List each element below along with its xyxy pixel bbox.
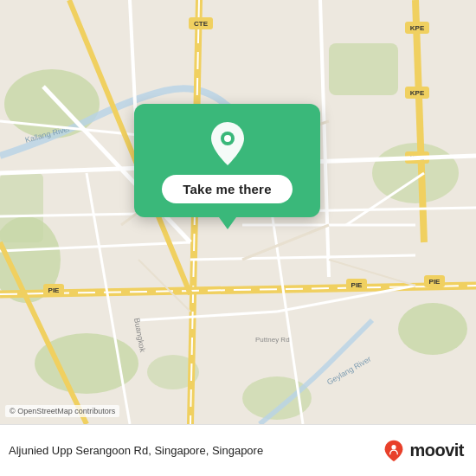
svg-text:KPE: KPE	[410, 24, 425, 32]
moovit-brand-text: moovit	[409, 441, 464, 460]
moovit-logo: moovit	[383, 440, 464, 462]
svg-text:PIE: PIE	[48, 286, 61, 294]
svg-text:CTE: CTE	[194, 20, 209, 28]
svg-point-57	[224, 135, 231, 142]
take-me-there-button[interactable]: Take me there	[162, 175, 292, 203]
svg-point-5	[398, 303, 467, 355]
svg-text:PIE: PIE	[351, 281, 363, 289]
osm-credit: © OpenStreetMap contributors	[5, 405, 119, 417]
map-container: Kallang River Geylang River CTE CTE PIE …	[0, 0, 476, 424]
location-pin-icon	[205, 121, 250, 166]
location-address: Aljunied Upp Serangoon Rd, Singapore, Si…	[9, 444, 383, 457]
svg-rect-9	[0, 173, 43, 242]
svg-text:PIE: PIE	[429, 278, 441, 286]
svg-rect-3	[329, 43, 398, 95]
bottom-bar: Aljunied Upp Serangoon Rd, Singapore, Si…	[0, 424, 476, 476]
svg-point-58	[392, 445, 396, 449]
moovit-pin-icon	[383, 440, 405, 462]
svg-text:KPE: KPE	[410, 89, 425, 97]
svg-text:Puttney Rd: Puttney Rd	[255, 336, 290, 344]
popup-card: Take me there	[134, 104, 320, 217]
